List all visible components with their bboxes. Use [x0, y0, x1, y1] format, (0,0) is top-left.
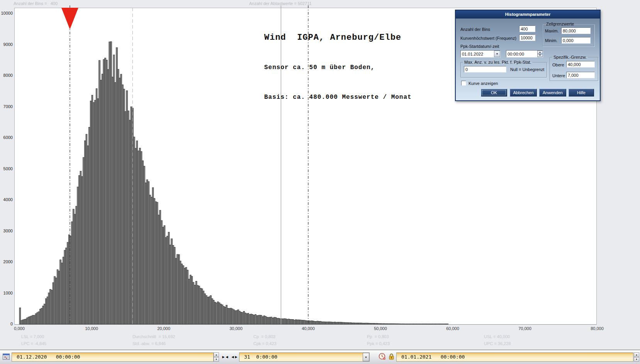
lsl-marker-triangle: [61, 8, 78, 29]
max-anz-hint: Null = Unbegrenzt: [510, 67, 544, 72]
stat-pp: Pp = 0,803: [367, 334, 389, 339]
zellgrenzwerte-group: Zellgrenzwerte Maxim. Minim.: [542, 22, 594, 46]
max-anz-group: Max. Anz. v. zu les. Pkt. f. Ppk-Stat. N…: [460, 60, 547, 78]
freq-input[interactable]: [519, 34, 535, 41]
ppk-date-dropdown-icon[interactable]: ▼: [494, 51, 500, 57]
end-spin-up-icon[interactable]: ▲: [634, 352, 639, 357]
y-tick-label: 5000: [0, 166, 13, 171]
dialog-titlebar[interactable]: Histogrammparameter: [456, 10, 600, 19]
maxim-input[interactable]: [561, 27, 591, 34]
start-spin-up-icon[interactable]: ▲: [214, 352, 219, 357]
y-tick-label: 2000: [0, 259, 13, 264]
bins-input[interactable]: [519, 25, 535, 32]
kurve-anzeigen-checkbox[interactable]: [461, 81, 466, 86]
anwenden-button[interactable]: Anwenden: [539, 89, 566, 97]
x-tick-label: 50,000: [368, 326, 393, 331]
y-tick-label: 0: [0, 322, 13, 326]
clock-icon[interactable]: [378, 352, 387, 362]
minim-input[interactable]: [561, 37, 591, 44]
x-tick-label: 10,000: [79, 326, 104, 331]
y-tick-label: 8000: [0, 73, 13, 78]
chart-subtitle-2: Basis: ca. 480.000 Messwerte / Monat: [264, 93, 412, 102]
y-tick-label: 10000: [0, 11, 13, 15]
interval-field[interactable]: 31 0:00:00: [239, 352, 370, 362]
chart-subtitle-1: Sensor ca. 50 m über Boden,: [264, 63, 412, 73]
stat-stdabw: Std.-abw. = 6,846: [132, 341, 166, 346]
spezifik-label: Spezifik.-Grenzw.: [552, 55, 588, 59]
stat-usl: USL = 40,000: [484, 334, 510, 339]
ok-button[interactable]: OK: [481, 89, 507, 97]
histogram-parameter-dialog: Histogrammparameter Anzahl der Bins Kurv…: [455, 10, 601, 101]
x-tick-label: 60,000: [440, 326, 465, 331]
x-tick-label: 70,000: [513, 326, 537, 331]
zoom-out-range-icon[interactable]: ◄►: [230, 352, 239, 362]
stat-upc: UPC = 36,228: [484, 341, 511, 346]
freq-label: Kurvenhöchstwert (Frequenz): [460, 36, 516, 41]
lock-icon[interactable]: [387, 352, 396, 362]
start-spin-down-icon[interactable]: ▼: [214, 357, 219, 362]
y-tick-label: 6000: [0, 135, 13, 140]
interval-dropdown-icon[interactable]: ▼: [363, 353, 369, 361]
max-anz-label: Max. Anz. v. zu les. Pkt. f. Ppk-Stat.: [463, 60, 532, 64]
obere-label: Obere: [552, 63, 564, 67]
maxim-label: Maxim.: [545, 29, 559, 33]
chart-title: Wind IGPA, Arneburg/Elbe: [264, 33, 412, 43]
bins-label: Anzahl der Bins: [460, 27, 490, 32]
calendar-icon[interactable]: [2, 352, 11, 362]
untere-label: Untere: [552, 73, 565, 78]
abbrechen-button[interactable]: Abbrechen: [510, 89, 537, 97]
start-datetime-field[interactable]: 01.12.2020 00:00:00: [12, 352, 214, 362]
y-tick-label: 9000: [0, 42, 13, 47]
stat-durchschnitt: Durchschnitt = 15,692: [132, 334, 175, 339]
stat-cpk: Cpk = 0,423: [253, 341, 277, 346]
x-tick-label: 20,000: [151, 326, 176, 331]
untere-input[interactable]: [566, 72, 595, 78]
x-tick-label: 80,000: [585, 326, 609, 331]
ppk-start-label: Ppk-Startdatum/-zeit: [460, 44, 499, 49]
stat-cp: Cp = 0,803: [253, 334, 275, 339]
ppk-time-spin-down-icon[interactable]: ▼: [537, 54, 543, 58]
end-datetime-field[interactable]: 01.01.2021 00:00:00: [396, 352, 633, 362]
chart-title-block: Wind IGPA, Arneburg/Elbe Sensor ca. 50 m…: [264, 13, 412, 112]
y-tick-label: 7000: [0, 104, 13, 109]
ppk-time-spinner: ▲ ▼: [537, 51, 543, 57]
max-anz-input[interactable]: [464, 66, 506, 73]
minim-label: Minim.: [545, 38, 557, 43]
kurve-anzeigen-label: Kurve anzeigen: [469, 81, 498, 86]
start-datetime-spinner: ▲ ▼: [214, 352, 219, 362]
ppk-time-spin-up-icon[interactable]: ▲: [537, 51, 543, 54]
obere-input[interactable]: [566, 61, 595, 68]
x-tick-label: 30,000: [224, 326, 248, 331]
stat-lsl: LSL = 7,000: [21, 334, 44, 339]
hilfe-button[interactable]: Hilfe: [569, 89, 594, 97]
x-tick-label: 0,000: [7, 326, 32, 331]
end-spin-down-icon[interactable]: ▼: [634, 357, 639, 362]
zellgrenzwerte-label: Zellgrenzwerte: [545, 22, 575, 26]
date-range-toolbar: 01.12.2020 00:00:00 ▲ ▼ ►◄ ◄► 31 0:00:00…: [0, 350, 640, 364]
y-tick-label: 4000: [0, 197, 13, 202]
y-tick-label: 3000: [0, 229, 13, 233]
y-tick-label: 1000: [0, 291, 13, 295]
spezifik-group: Spezifik.-Grenzw. Obere Untere: [550, 55, 598, 81]
zoom-in-range-icon[interactable]: ►◄: [221, 352, 229, 362]
x-tick-label: 40,000: [296, 326, 321, 331]
stat-ppk: Ppk = 0,423: [367, 341, 390, 346]
stat-lpc: LPC = -4,845: [21, 341, 46, 346]
end-datetime-spinner: ▲ ▼: [634, 352, 639, 362]
